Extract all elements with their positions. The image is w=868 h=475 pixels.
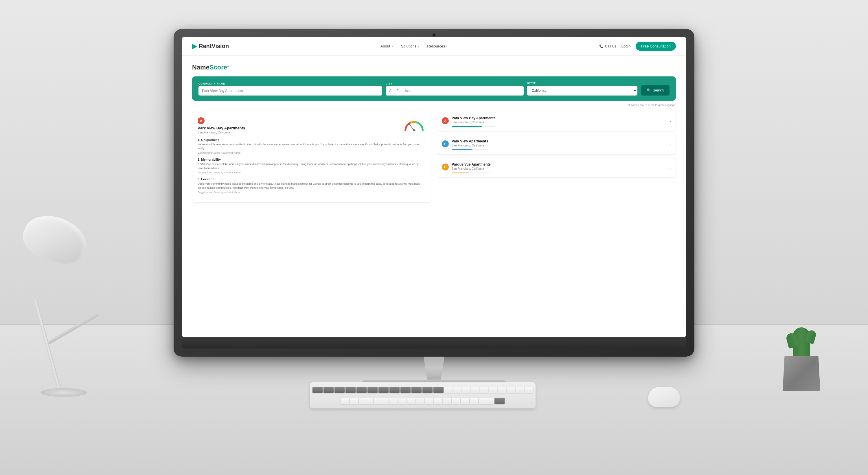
free-consultation-button[interactable]: Free Consultation: [636, 42, 676, 51]
key: [400, 387, 410, 393]
criterion-suggestion: Suggestions: Some Apartment Name: [197, 191, 426, 194]
criterion-suggestion: Suggestions: Some Apartment Name: [197, 151, 426, 154]
criteria-list: 1. Uniqueness We've found three or more …: [197, 138, 426, 194]
community-label: COMMUNITY NAME: [198, 82, 382, 85]
namescore-logo: NameScore●: [192, 64, 676, 71]
list-item-location: San Francisco, California: [452, 144, 488, 147]
list-item-info: C Parque Vue Apartments San Francisco, C…: [442, 162, 491, 173]
criterion-body: Oops! Your community name includes the n…: [197, 182, 426, 190]
key: [423, 387, 433, 393]
key: [461, 398, 469, 404]
nav-resources[interactable]: Resources ▾: [427, 44, 447, 48]
lamp-stem: [33, 299, 60, 389]
criterion-title: 3. Location: [197, 177, 426, 181]
key: [390, 387, 400, 393]
list-item-location: San Francisco, California: [452, 121, 495, 124]
key: [425, 398, 433, 404]
result-location: San Francisco, California: [197, 131, 245, 134]
nav-right: 📞 Call Us Login Free Consultation: [599, 42, 676, 51]
list-item-location: San Francisco, California: [452, 167, 491, 170]
key: [462, 387, 470, 393]
mouse: [648, 387, 680, 407]
list-item[interactable]: A Park View Bay Apartments San Francisco…: [437, 112, 676, 131]
city-input[interactable]: [386, 86, 523, 95]
list-panel: A Park View Bay Apartments San Francisco…: [437, 112, 676, 203]
key: [433, 387, 443, 393]
list-item[interactable]: C Parque Vue Apartments San Francisco, C…: [437, 158, 676, 178]
login-button[interactable]: Login: [621, 44, 631, 48]
call-us-link[interactable]: 📞 Call Us: [599, 44, 616, 48]
list-item-text: Park View Apartments San Francisco, Cali…: [452, 139, 488, 150]
key: [335, 387, 345, 393]
state-field: STATE California New York Texas: [527, 82, 638, 95]
key: [443, 398, 452, 404]
result-header: A Park View Bay Apartments San Francisco…: [197, 117, 426, 134]
key: [416, 398, 425, 404]
search-form: COMMUNITY NAME CITY STATE California: [192, 77, 676, 101]
criterion-title: 1. Uniqueness: [197, 138, 426, 142]
desk-lamp: [23, 217, 133, 397]
key: [356, 387, 367, 393]
keyboard: [310, 382, 535, 409]
score-bar: [452, 126, 495, 127]
list-grade-badge: C: [442, 164, 449, 171]
gauge-svg: [402, 117, 426, 132]
key: [454, 387, 462, 393]
cactus-plant: [793, 327, 810, 356]
resources-arrow: ▾: [446, 44, 447, 48]
cactus-pot: [783, 356, 820, 391]
criterion-body: We've found three or more communities in…: [197, 143, 426, 150]
monitor-frame: ▶ RentVision About ▾ Solutions ▾: [174, 29, 694, 357]
key: [480, 387, 488, 393]
nav-about[interactable]: About ▾: [380, 44, 393, 48]
key: [525, 387, 533, 393]
key: [411, 387, 422, 393]
logo-text: RentVision: [199, 43, 229, 50]
monitor-camera: [432, 33, 436, 37]
about-arrow: ▾: [392, 44, 393, 48]
key: [516, 387, 524, 393]
key: [452, 398, 460, 404]
grade-badge: A: [197, 117, 205, 124]
detail-panel: A Park View Bay Apartments San Francisco…: [192, 112, 431, 203]
score-bar: [452, 149, 488, 150]
list-item-text: Park View Bay Apartments San Francisco, …: [452, 116, 495, 127]
search-button[interactable]: 🔍 Search: [641, 85, 670, 95]
list-item-name: Park View Apartments: [452, 139, 488, 143]
nav-links: About ▾ Solutions ▾ Resources ▾: [380, 44, 448, 48]
key: [479, 398, 494, 404]
score-bar: [452, 173, 491, 173]
lamp-arm: [48, 313, 99, 345]
key: [489, 387, 497, 393]
phone-icon: 📞: [599, 44, 603, 48]
nav-bar: ▶ RentVision About ▾ Solutions ▾: [182, 37, 686, 56]
results-grid: A Park View Bay Apartments San Francisco…: [192, 112, 676, 203]
result-info: A Park View Bay Apartments San Francisco…: [197, 117, 245, 134]
city-label: CITY: [386, 82, 523, 85]
nav-solutions[interactable]: Solutions ▾: [401, 44, 419, 48]
state-select[interactable]: California New York Texas: [527, 86, 638, 95]
lamp-head: [18, 208, 92, 270]
list-item-text: Parque Vue Apartments San Francisco, Cal…: [452, 162, 491, 173]
community-input[interactable]: [198, 86, 382, 95]
svg-point-1: [413, 129, 415, 131]
criterion-title: 2. Memorability: [197, 158, 426, 161]
logo-icon: ▶: [192, 42, 197, 50]
criterion-location: 3. Location Oops! Your community name in…: [197, 177, 426, 194]
criterion-suggestion: Suggestions: Some Apartment Name: [197, 171, 426, 174]
score-gauge: [402, 117, 426, 132]
key: [368, 387, 378, 393]
list-grade-badge: A: [442, 117, 449, 124]
nav-logo: ▶ RentVision: [192, 42, 229, 50]
state-label: STATE: [527, 82, 638, 85]
lamp-base: [40, 388, 87, 397]
list-item-info: A Park View Bay Apartments San Francisco…: [442, 116, 495, 127]
city-field: CITY: [386, 82, 523, 95]
key: [341, 398, 349, 404]
list-item-name: Parque Vue Apartments: [452, 162, 491, 167]
key: [359, 398, 373, 404]
list-item[interactable]: P Park View Apartments San Francisco, Ca…: [437, 135, 676, 155]
svg-line-0: [409, 124, 414, 130]
solutions-arrow: ▾: [417, 44, 419, 48]
key: [434, 398, 442, 404]
